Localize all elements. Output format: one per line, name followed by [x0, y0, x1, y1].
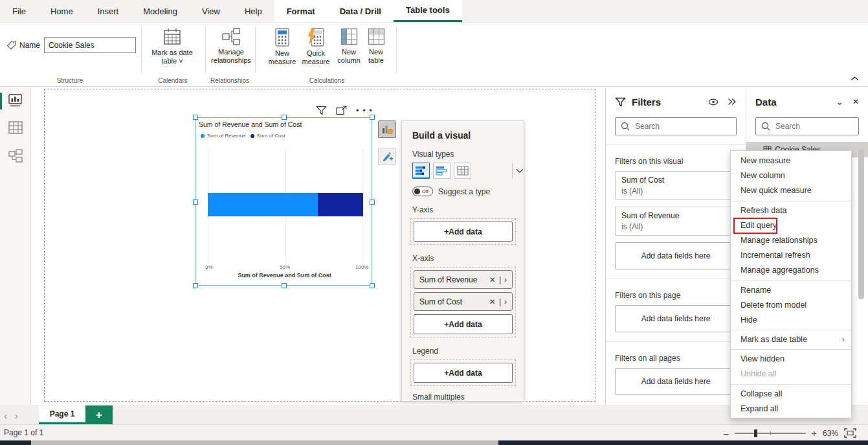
next-page-arrow-icon[interactable]: › [15, 411, 18, 420]
ribbon: Name Structure Calendars Relationships C… [0, 23, 868, 87]
tab-file[interactable]: File [0, 0, 38, 22]
more-options-icon[interactable]: • • • [356, 108, 373, 113]
view-switcher [0, 87, 31, 405]
selection-handle[interactable] [370, 115, 375, 120]
new-column-button[interactable]: New column [334, 28, 364, 65]
zoom-out-button[interactable]: – [724, 428, 729, 439]
quick-measure-button[interactable]: Quick measure [299, 28, 333, 66]
field-options-icon[interactable]: › [504, 297, 507, 306]
x-axis-add-data-button[interactable]: +Add data [414, 314, 513, 334]
selection-handle[interactable] [282, 283, 287, 288]
field-options-icon[interactable]: › [504, 275, 507, 284]
visual-title: Sum of Revenue and Sum of Cost [199, 120, 370, 128]
selection-handle[interactable] [193, 200, 198, 205]
menu-item-incremental-refresh[interactable]: Incremental refresh [731, 248, 851, 263]
format-visual-button[interactable] [378, 148, 396, 165]
stacked-bar[interactable] [208, 193, 363, 216]
zoom-in-button[interactable]: + [812, 428, 817, 439]
new-measure-button[interactable]: New measure [267, 28, 298, 66]
bar-chart-visual[interactable]: Sum of Revenue and Sum of Cost Sum of Re… [195, 117, 372, 286]
visual-filters-drop-target[interactable]: Add data fields here [615, 242, 737, 269]
eye-icon[interactable] [708, 98, 718, 106]
mark-as-date-table-button[interactable]: Mark as date table ˅ [149, 28, 195, 65]
menu-item-collapse-all[interactable]: Collapse all [731, 387, 851, 402]
chevron-down-icon[interactable]: ⌄ [836, 97, 843, 107]
tab-home[interactable]: Home [38, 0, 85, 22]
menu-item-manage-aggregations[interactable]: Manage aggregations [731, 263, 851, 278]
manage-relationships-button[interactable]: Manage relationships [208, 28, 254, 65]
data-view-icon[interactable] [8, 121, 23, 135]
group-label-calendars: Calendars [144, 77, 202, 84]
remove-field-icon[interactable]: ✕ [489, 275, 496, 284]
field-pill-cost[interactable]: Sum of Cost ✕ | › [414, 292, 513, 311]
menu-item-rename[interactable]: Rename [731, 283, 851, 298]
focus-mode-icon[interactable] [336, 106, 347, 115]
menu-item-mark-as-date-table[interactable]: Mark as date table › [731, 332, 851, 347]
menu-item-hide[interactable]: Hide [731, 313, 851, 328]
filter-card-cost[interactable]: Sum of Cost is (All) [615, 171, 737, 200]
zoom-slider[interactable] [735, 433, 806, 434]
tab-view[interactable]: View [190, 0, 232, 22]
active-view-indicator [0, 93, 2, 109]
menu-item-manage-relationships[interactable]: Manage relationships [731, 233, 851, 248]
build-pane-title: Build a visual [412, 130, 524, 141]
filters-search-input[interactable] [635, 122, 735, 131]
stacked-column-chart-type-icon[interactable] [433, 163, 451, 179]
selection-handle[interactable] [193, 283, 198, 288]
field-pill-revenue[interactable]: Sum of Revenue ✕ | › [414, 270, 513, 289]
bar-segment-cost[interactable] [318, 193, 363, 216]
stacked-bar-chart-type-icon[interactable] [412, 163, 430, 179]
add-page-button[interactable]: + [85, 405, 113, 424]
tab-format[interactable]: Format [274, 0, 328, 22]
data-pane-scrollbar[interactable] [858, 149, 864, 299]
y-axis-well: +Add data [410, 218, 516, 245]
data-pane-title: Data [755, 97, 777, 108]
menu-item-expand-all[interactable]: Expand all [731, 402, 851, 416]
menu-item-new-quick-measure[interactable]: New quick measure [731, 183, 851, 198]
tab-table-tools[interactable]: Table tools [394, 0, 462, 22]
filters-on-all-pages-label: Filters on all pages [615, 354, 746, 363]
page-tab-1[interactable]: Page 1 [39, 405, 85, 424]
tab-insert[interactable]: Insert [85, 0, 131, 22]
selection-handle[interactable] [370, 200, 375, 205]
suggest-type-toggle[interactable]: Off [412, 187, 433, 196]
all-pages-filters-drop-target[interactable]: Add data fields here [615, 368, 737, 395]
collapse-pane-icon[interactable] [727, 98, 737, 106]
close-pane-icon[interactable]: ✕ [852, 97, 859, 106]
fit-to-page-icon[interactable] [844, 428, 856, 438]
visual-legend: Sum of Revenue Sum of Cost [201, 133, 285, 139]
build-visual-button[interactable] [378, 120, 396, 138]
model-view-icon[interactable] [8, 149, 23, 163]
report-view-icon[interactable] [8, 94, 23, 108]
y-axis-add-data-button[interactable]: +Add data [414, 222, 513, 242]
prev-page-arrow-icon[interactable]: ‹ [4, 411, 7, 420]
filter-card-revenue[interactable]: Sum of Revenue is (All) [615, 207, 737, 236]
visual-filter-icon[interactable] [316, 106, 327, 115]
menu-item-delete-from-model[interactable]: Delete from model [731, 298, 851, 313]
collapse-ribbon-icon[interactable] [851, 76, 859, 81]
menu-item-refresh-data[interactable]: Refresh data [731, 203, 851, 218]
table-type-icon[interactable] [454, 163, 471, 179]
tab-modeling[interactable]: Modeling [131, 0, 190, 22]
selection-handle[interactable] [282, 115, 287, 120]
new-table-button[interactable]: New table [362, 28, 390, 65]
calendar-icon [162, 28, 182, 46]
menu-item-new-measure[interactable]: New measure [731, 154, 851, 168]
table-name-input[interactable] [44, 37, 136, 53]
page-filters-drop-target[interactable]: Add data fields here [615, 305, 737, 332]
data-search-input[interactable] [775, 122, 868, 131]
selection-handle[interactable] [370, 283, 375, 288]
visual-types-dropdown-icon[interactable] [516, 168, 524, 174]
bar-segment-revenue[interactable] [208, 193, 318, 216]
menu-item-new-column[interactable]: New column [731, 168, 851, 183]
tab-data-drill[interactable]: Data / Drill [328, 0, 394, 22]
table-context-menu: New measure New column New quick measure… [730, 150, 852, 418]
selection-handle[interactable] [193, 115, 198, 120]
zoom-slider-thumb[interactable] [754, 429, 757, 437]
remove-field-icon[interactable]: ✕ [489, 297, 496, 306]
format-visual-icon [382, 151, 393, 162]
tab-help[interactable]: Help [232, 0, 274, 22]
legend-add-data-button[interactable]: +Add data [414, 363, 513, 383]
visual-types-label: Visual types [412, 150, 524, 159]
menu-item-view-hidden[interactable]: View hidden [731, 352, 851, 367]
